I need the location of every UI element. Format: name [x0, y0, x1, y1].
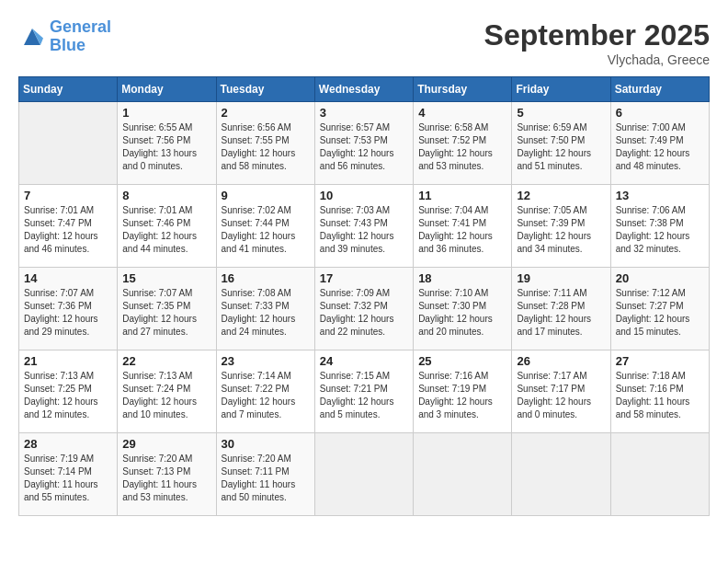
- day-number: 28: [24, 437, 112, 451]
- day-detail: Sunrise: 7:20 AMSunset: 7:13 PMDaylight:…: [122, 453, 210, 504]
- day-cell: 1Sunrise: 6:55 AMSunset: 7:56 PMDaylight…: [118, 102, 216, 185]
- day-number: 22: [122, 354, 210, 368]
- day-detail: Sunrise: 7:12 AMSunset: 7:27 PMDaylight:…: [616, 287, 704, 339]
- day-detail: Sunrise: 7:00 AMSunset: 7:49 PMDaylight:…: [616, 121, 704, 173]
- logo: General Blue: [18, 18, 111, 55]
- day-detail: Sunrise: 7:02 AMSunset: 7:44 PMDaylight:…: [222, 204, 310, 256]
- day-cell: 22Sunrise: 7:13 AMSunset: 7:24 PMDayligh…: [118, 350, 216, 433]
- day-cell: 25Sunrise: 7:16 AMSunset: 7:19 PMDayligh…: [414, 350, 512, 433]
- calendar-body: 1Sunrise: 6:55 AMSunset: 7:56 PMDaylight…: [19, 102, 710, 516]
- header-cell-tuesday: Tuesday: [216, 77, 314, 102]
- week-row-4: 28Sunrise: 7:19 AMSunset: 7:14 PMDayligh…: [19, 433, 710, 516]
- day-detail: Sunrise: 7:07 AMSunset: 7:36 PMDaylight:…: [24, 287, 112, 339]
- day-number: 7: [24, 189, 112, 202]
- day-number: 11: [418, 189, 506, 202]
- day-number: 6: [616, 106, 704, 120]
- day-number: 15: [122, 271, 210, 285]
- day-number: 14: [24, 271, 112, 285]
- day-detail: Sunrise: 6:58 AMSunset: 7:52 PMDaylight:…: [418, 121, 506, 173]
- day-number: 21: [24, 354, 112, 368]
- day-detail: Sunrise: 7:17 AMSunset: 7:17 PMDaylight:…: [517, 370, 605, 421]
- day-cell: [512, 433, 610, 516]
- day-cell: 16Sunrise: 7:08 AMSunset: 7:33 PMDayligh…: [216, 268, 314, 350]
- week-row-3: 21Sunrise: 7:13 AMSunset: 7:25 PMDayligh…: [19, 350, 710, 433]
- day-number: 2: [222, 106, 310, 120]
- day-cell: 24Sunrise: 7:15 AMSunset: 7:21 PMDayligh…: [314, 350, 413, 433]
- day-detail: Sunrise: 7:01 AMSunset: 7:46 PMDaylight:…: [122, 204, 210, 256]
- day-number: 17: [320, 271, 408, 285]
- logo-line1: General: [50, 17, 111, 36]
- day-detail: Sunrise: 7:05 AMSunset: 7:39 PMDaylight:…: [517, 204, 605, 256]
- day-cell: 14Sunrise: 7:07 AMSunset: 7:36 PMDayligh…: [19, 268, 118, 350]
- logo-line2: Blue: [50, 36, 85, 54]
- day-number: 30: [222, 437, 310, 451]
- day-number: 26: [517, 354, 605, 368]
- day-cell: 6Sunrise: 7:00 AMSunset: 7:49 PMDaylight…: [610, 102, 709, 185]
- day-detail: Sunrise: 7:06 AMSunset: 7:38 PMDaylight:…: [616, 204, 704, 256]
- week-row-0: 1Sunrise: 6:55 AMSunset: 7:56 PMDaylight…: [19, 102, 710, 185]
- day-detail: Sunrise: 7:10 AMSunset: 7:30 PMDaylight:…: [418, 287, 506, 339]
- day-cell: 5Sunrise: 6:59 AMSunset: 7:50 PMDaylight…: [512, 102, 610, 185]
- day-detail: Sunrise: 7:01 AMSunset: 7:47 PMDaylight:…: [24, 204, 112, 256]
- day-cell: 28Sunrise: 7:19 AMSunset: 7:14 PMDayligh…: [19, 433, 118, 516]
- month-title: September 2025: [484, 18, 710, 52]
- day-cell: 20Sunrise: 7:12 AMSunset: 7:27 PMDayligh…: [610, 268, 709, 350]
- day-number: 27: [616, 354, 704, 368]
- day-number: 18: [418, 271, 506, 285]
- day-number: 12: [517, 189, 605, 202]
- day-number: 3: [320, 106, 408, 120]
- title-area: September 2025 Vlychada, Greece: [484, 18, 710, 67]
- day-cell: 9Sunrise: 7:02 AMSunset: 7:44 PMDaylight…: [216, 185, 314, 268]
- logo-text: General Blue: [50, 18, 111, 55]
- day-detail: Sunrise: 6:56 AMSunset: 7:55 PMDaylight:…: [222, 121, 310, 173]
- day-number: 16: [222, 271, 310, 285]
- day-cell: 17Sunrise: 7:09 AMSunset: 7:32 PMDayligh…: [314, 268, 413, 350]
- day-cell: 12Sunrise: 7:05 AMSunset: 7:39 PMDayligh…: [512, 185, 610, 268]
- day-number: 1: [122, 106, 210, 120]
- day-detail: Sunrise: 7:13 AMSunset: 7:25 PMDaylight:…: [24, 370, 112, 421]
- day-cell: [610, 433, 709, 516]
- day-number: 13: [616, 189, 704, 202]
- day-number: 23: [222, 354, 310, 368]
- day-cell: 19Sunrise: 7:11 AMSunset: 7:28 PMDayligh…: [512, 268, 610, 350]
- day-number: 10: [320, 189, 408, 202]
- logo-icon: [18, 23, 46, 51]
- day-cell: 3Sunrise: 6:57 AMSunset: 7:53 PMDaylight…: [314, 102, 413, 185]
- day-cell: 18Sunrise: 7:10 AMSunset: 7:30 PMDayligh…: [414, 268, 512, 350]
- header-cell-saturday: Saturday: [610, 77, 709, 102]
- day-detail: Sunrise: 7:14 AMSunset: 7:22 PMDaylight:…: [222, 370, 310, 421]
- header-cell-wednesday: Wednesday: [314, 77, 413, 102]
- day-number: 24: [320, 354, 408, 368]
- day-number: 25: [418, 354, 506, 368]
- day-cell: 15Sunrise: 7:07 AMSunset: 7:35 PMDayligh…: [118, 268, 216, 350]
- day-number: 8: [122, 189, 210, 202]
- day-detail: Sunrise: 7:04 AMSunset: 7:41 PMDaylight:…: [418, 204, 506, 256]
- day-detail: Sunrise: 6:55 AMSunset: 7:56 PMDaylight:…: [122, 121, 210, 173]
- day-number: 5: [517, 106, 605, 120]
- day-cell: 30Sunrise: 7:20 AMSunset: 7:11 PMDayligh…: [216, 433, 314, 516]
- day-detail: Sunrise: 6:57 AMSunset: 7:53 PMDaylight:…: [320, 121, 408, 173]
- day-number: 20: [616, 271, 704, 285]
- header-row: SundayMondayTuesdayWednesdayThursdayFrid…: [19, 77, 710, 102]
- day-cell: [19, 102, 118, 185]
- day-cell: 21Sunrise: 7:13 AMSunset: 7:25 PMDayligh…: [19, 350, 118, 433]
- day-detail: Sunrise: 7:16 AMSunset: 7:19 PMDaylight:…: [418, 370, 506, 421]
- day-number: 19: [517, 271, 605, 285]
- header-cell-thursday: Thursday: [414, 77, 512, 102]
- day-cell: 8Sunrise: 7:01 AMSunset: 7:46 PMDaylight…: [118, 185, 216, 268]
- day-detail: Sunrise: 7:19 AMSunset: 7:14 PMDaylight:…: [24, 453, 112, 504]
- location: Vlychada, Greece: [484, 52, 710, 67]
- week-row-1: 7Sunrise: 7:01 AMSunset: 7:47 PMDaylight…: [19, 185, 710, 268]
- day-detail: Sunrise: 7:11 AMSunset: 7:28 PMDaylight:…: [517, 287, 605, 339]
- day-cell: 27Sunrise: 7:18 AMSunset: 7:16 PMDayligh…: [610, 350, 709, 433]
- day-cell: 26Sunrise: 7:17 AMSunset: 7:17 PMDayligh…: [512, 350, 610, 433]
- day-cell: 2Sunrise: 6:56 AMSunset: 7:55 PMDaylight…: [216, 102, 314, 185]
- day-cell: 7Sunrise: 7:01 AMSunset: 7:47 PMDaylight…: [19, 185, 118, 268]
- day-detail: Sunrise: 7:03 AMSunset: 7:43 PMDaylight:…: [320, 204, 408, 256]
- header-cell-sunday: Sunday: [19, 77, 118, 102]
- day-cell: 10Sunrise: 7:03 AMSunset: 7:43 PMDayligh…: [314, 185, 413, 268]
- calendar-header: SundayMondayTuesdayWednesdayThursdayFrid…: [19, 77, 710, 102]
- header-cell-monday: Monday: [118, 77, 216, 102]
- day-cell: [414, 433, 512, 516]
- day-detail: Sunrise: 7:09 AMSunset: 7:32 PMDaylight:…: [320, 287, 408, 339]
